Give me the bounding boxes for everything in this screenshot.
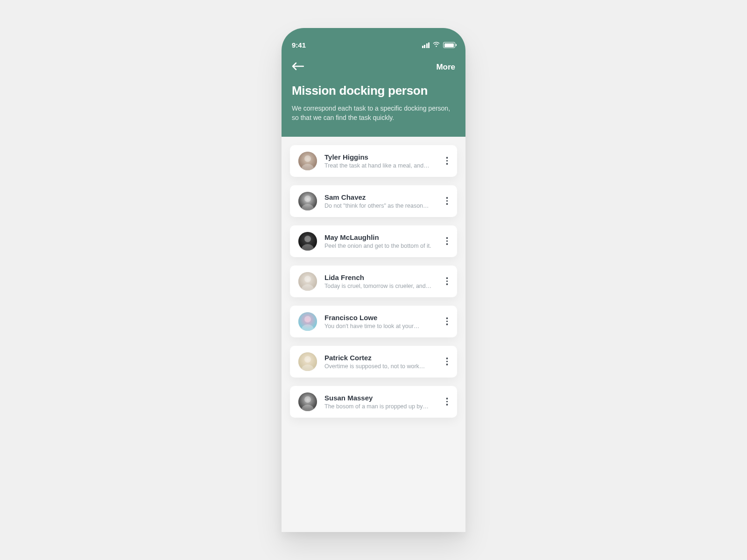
person-description: The bosom of a man is propped up by…	[324, 403, 438, 410]
person-description: Do not "think for others" as the reason…	[324, 203, 438, 209]
person-card[interactable]: Sam Chavez Do not "think for others" as …	[290, 185, 457, 217]
person-card[interactable]: Susan Massey The bosom of a man is propp…	[290, 386, 457, 418]
header: 9:41 More Mission docking person We corr…	[282, 28, 465, 137]
more-button[interactable]: More	[436, 63, 455, 72]
person-description: Overtime is supposed to, not to work…	[324, 363, 438, 370]
person-name: Lida French	[324, 273, 438, 281]
more-options-icon[interactable]	[445, 355, 449, 368]
avatar	[298, 152, 317, 170]
person-name: Sam Chavez	[324, 193, 438, 201]
avatar	[298, 232, 317, 251]
person-content: Francisco Lowe You don't have time to lo…	[324, 314, 438, 329]
nav-row: More	[292, 62, 455, 72]
person-card[interactable]: Lida French Today is cruel, tomorrow is …	[290, 266, 457, 297]
svg-point-1	[304, 155, 311, 162]
svg-point-7	[304, 236, 311, 242]
person-card[interactable]: Tyler Higgins Treat the task at hand lik…	[290, 145, 457, 177]
person-card[interactable]: Francisco Lowe You don't have time to lo…	[290, 306, 457, 337]
person-list[interactable]: Tyler Higgins Treat the task at hand lik…	[282, 137, 465, 418]
avatar	[298, 272, 317, 291]
person-description: Today is cruel, tomorrow is crueler, and…	[324, 283, 438, 289]
cellular-signal-icon	[422, 42, 430, 48]
battery-icon	[443, 42, 455, 48]
more-options-icon[interactable]	[445, 234, 449, 248]
avatar	[298, 312, 317, 331]
person-content: Sam Chavez Do not "think for others" as …	[324, 193, 438, 209]
more-options-icon[interactable]	[445, 154, 449, 168]
more-options-icon[interactable]	[445, 395, 449, 408]
status-bar: 9:41	[292, 41, 455, 49]
person-content: Patrick Cortez Overtime is supposed to, …	[324, 354, 438, 370]
svg-point-10	[304, 276, 311, 282]
page-subtitle: We correspond each task to a specific do…	[292, 104, 455, 123]
more-options-icon[interactable]	[445, 315, 449, 328]
person-name: Susan Massey	[324, 394, 438, 402]
svg-point-19	[304, 396, 311, 403]
avatar	[298, 192, 317, 210]
page-title: Mission docking person	[292, 84, 455, 98]
avatar	[298, 352, 317, 371]
person-description: Treat the task at hand like a meal, and…	[324, 162, 438, 169]
person-name: May McLaughlin	[324, 233, 438, 241]
person-content: Susan Massey The bosom of a man is propp…	[324, 394, 438, 410]
person-card[interactable]: Patrick Cortez Overtime is supposed to, …	[290, 346, 457, 378]
wifi-icon	[432, 41, 440, 49]
person-name: Francisco Lowe	[324, 314, 438, 322]
person-content: May McLaughlin Peel the onion and get to…	[324, 233, 438, 249]
more-options-icon[interactable]	[445, 274, 449, 288]
status-icons	[422, 41, 456, 49]
svg-point-4	[304, 196, 311, 202]
person-description: Peel the onion and get to the bottom of …	[324, 243, 438, 249]
person-description: You don't have time to look at your…	[324, 323, 438, 329]
person-name: Patrick Cortez	[324, 354, 438, 362]
person-content: Lida French Today is cruel, tomorrow is …	[324, 273, 438, 289]
status-time: 9:41	[292, 41, 306, 49]
more-options-icon[interactable]	[445, 194, 449, 208]
person-content: Tyler Higgins Treat the task at hand lik…	[324, 153, 438, 169]
person-name: Tyler Higgins	[324, 153, 438, 161]
svg-point-16	[304, 356, 311, 363]
phone-frame: 9:41 More Mission docking person We corr…	[282, 28, 465, 532]
person-card[interactable]: May McLaughlin Peel the onion and get to…	[290, 225, 457, 257]
avatar	[298, 392, 317, 411]
svg-point-13	[304, 316, 311, 322]
back-button[interactable]	[292, 62, 304, 72]
